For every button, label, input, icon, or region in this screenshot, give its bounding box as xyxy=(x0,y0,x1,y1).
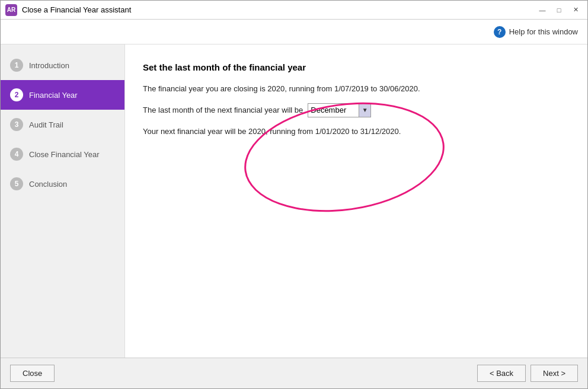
help-label: Help for this window xyxy=(509,27,578,36)
help-button[interactable]: ? Help for this window xyxy=(494,26,578,38)
main-content: 1 Introduction 2 Financial Year 3 Audit … xyxy=(1,44,587,358)
financial-year-info: The financial year you are closing is 20… xyxy=(143,83,570,95)
footer-left: Close xyxy=(10,365,55,382)
month-select[interactable]: January February March April May June Ju… xyxy=(308,104,359,116)
next-financial-year-info: Your next financial year will be 2020, r… xyxy=(143,126,570,138)
main-window: AR Close a Financial Year assistant — □ … xyxy=(0,0,588,389)
app-icon: AR xyxy=(5,4,17,16)
window-controls: — □ ✕ xyxy=(535,5,583,15)
step-num-2: 2 xyxy=(10,88,23,101)
sidebar-label-close-financial-year: Close Financial Year xyxy=(29,150,100,159)
step-num-1: 1 xyxy=(10,59,23,72)
help-icon: ? xyxy=(494,26,506,38)
sidebar-item-conclusion[interactable]: 5 Conclusion xyxy=(1,169,124,199)
sidebar-item-audit-trail[interactable]: 3 Audit Trail xyxy=(1,110,124,139)
minimize-button[interactable]: — xyxy=(535,5,549,15)
next-button[interactable]: Next > xyxy=(531,365,578,382)
step-num-3: 3 xyxy=(10,118,23,131)
window-title: Close a Financial Year assistant xyxy=(22,5,131,14)
sidebar: 1 Introduction 2 Financial Year 3 Audit … xyxy=(1,44,125,358)
month-label: The last month of the next financial yea… xyxy=(143,106,303,114)
step-num-4: 4 xyxy=(10,148,23,161)
sidebar-item-close-financial-year[interactable]: 4 Close Financial Year xyxy=(1,139,124,169)
maximize-button[interactable]: □ xyxy=(552,5,566,15)
section-title: Set the last month of the financial year xyxy=(143,62,570,72)
back-button[interactable]: < Back xyxy=(477,365,526,382)
footer: Close < Back Next > xyxy=(1,358,587,388)
sidebar-label-introduction: Introduction xyxy=(29,61,69,70)
toolbar: ? Help for this window xyxy=(1,20,587,44)
sidebar-label-conclusion: Conclusion xyxy=(29,180,67,189)
sidebar-item-introduction[interactable]: 1 Introduction xyxy=(1,50,124,80)
sidebar-label-financial-year: Financial Year xyxy=(29,91,78,100)
select-arrow-icon: ▼ xyxy=(359,104,370,117)
step-num-5: 5 xyxy=(10,177,23,190)
sidebar-label-audit-trail: Audit Trail xyxy=(29,120,63,129)
content-area: Set the last month of the financial year… xyxy=(125,44,587,358)
close-button[interactable]: Close xyxy=(10,365,55,382)
title-bar: AR Close a Financial Year assistant — □ … xyxy=(1,1,587,20)
footer-right: < Back Next > xyxy=(477,365,578,382)
sidebar-item-financial-year[interactable]: 2 Financial Year xyxy=(1,80,124,110)
title-bar-left: AR Close a Financial Year assistant xyxy=(5,4,131,16)
month-selection-row: The last month of the next financial yea… xyxy=(143,103,570,117)
window-close-button[interactable]: ✕ xyxy=(568,5,583,15)
month-select-wrapper[interactable]: January February March April May June Ju… xyxy=(308,103,371,117)
